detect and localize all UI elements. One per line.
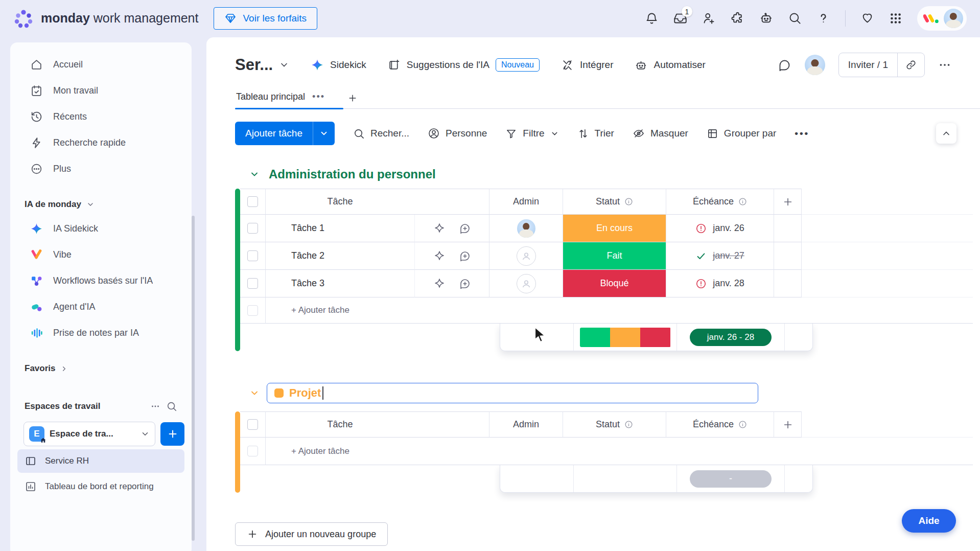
select-all-checkbox[interactable] xyxy=(247,419,258,430)
task-name-cell[interactable]: Tâche 3 xyxy=(266,270,414,297)
board-chat-icon[interactable] xyxy=(778,58,791,72)
column-header-admin[interactable]: Admin xyxy=(489,411,563,438)
filter-tool[interactable]: Filtre xyxy=(505,128,558,140)
help-button[interactable]: Aide xyxy=(902,509,956,533)
info-icon[interactable] xyxy=(624,197,633,206)
admin-cell[interactable] xyxy=(489,270,563,297)
column-header-status[interactable]: Statut xyxy=(563,411,666,438)
notifications-bell-icon[interactable] xyxy=(645,11,659,25)
column-header-task[interactable]: Tâche xyxy=(266,189,414,215)
board-menu-icon[interactable] xyxy=(938,58,951,72)
status-cell[interactable]: Fait xyxy=(563,242,666,270)
group-header-administration[interactable]: Administration du personnel xyxy=(249,167,980,181)
board-owner-avatar[interactable] xyxy=(805,55,825,75)
select-all-checkbox[interactable] xyxy=(247,196,258,207)
search-icon[interactable] xyxy=(788,11,802,25)
workspaces-search-icon[interactable] xyxy=(166,401,177,412)
column-header-due[interactable]: Échéance xyxy=(666,189,774,215)
sidekick-button[interactable]: Sidekick xyxy=(311,58,366,72)
board-title-chevron-icon[interactable] xyxy=(279,60,289,70)
see-plans-button[interactable]: Voir les forfaits xyxy=(214,7,317,30)
add-comment-icon[interactable] xyxy=(459,278,471,290)
date-range-cell[interactable]: - xyxy=(677,465,785,492)
sidebar-section-favorites[interactable]: Favoris xyxy=(10,357,192,380)
group-collapse-chevron-icon[interactable] xyxy=(249,388,260,398)
sort-tool[interactable]: Trier xyxy=(577,128,614,140)
add-task-row[interactable]: + Ajouter tâche xyxy=(266,438,973,465)
info-icon[interactable] xyxy=(738,197,747,206)
add-task-button[interactable]: Ajouter tâche xyxy=(235,122,335,145)
date-range-cell[interactable]: janv. 26 - 28 xyxy=(677,324,785,351)
sidebar-item-ai-sidekick[interactable]: IA Sidekick xyxy=(15,216,186,242)
sidebar-item-ai-notes[interactable]: Prise de notes par IA xyxy=(15,320,186,346)
sidebar-section-monday-ai[interactable]: IA de monday xyxy=(10,193,192,216)
row-checkbox[interactable] xyxy=(247,278,258,289)
status-distribution-battery[interactable] xyxy=(574,324,677,351)
sidebar-item-quick-search[interactable]: Recherche rapide xyxy=(15,130,186,156)
toolbar-more-icon[interactable]: ••• xyxy=(795,128,809,139)
sidebar-item-home[interactable]: Accueil xyxy=(15,52,186,78)
ai-sparkle-outline-icon[interactable] xyxy=(433,278,446,290)
sidebar-board-service-rh[interactable]: Service RH xyxy=(17,449,184,473)
column-header-task[interactable]: Tâche xyxy=(266,411,414,438)
due-cell[interactable]: janv. 28 xyxy=(666,270,774,297)
add-column-button[interactable] xyxy=(774,411,802,438)
inbox-icon[interactable]: 1 xyxy=(673,11,687,25)
ai-sparkle-outline-icon[interactable] xyxy=(433,250,446,262)
invite-button[interactable]: Inviter / 1 xyxy=(839,53,897,77)
sidebar-scrollbar[interactable] xyxy=(192,216,195,541)
column-header-status[interactable]: Statut xyxy=(563,189,666,215)
sidebar-board-dashboard[interactable]: Tableau de bord et reporting xyxy=(17,475,184,498)
sidebar-item-vibe[interactable]: Vibe xyxy=(15,242,186,268)
apps-grid-icon[interactable] xyxy=(889,12,902,25)
group-collapse-chevron-icon[interactable] xyxy=(249,169,260,179)
user-avatar[interactable] xyxy=(944,9,963,28)
automate-button[interactable]: Automatiser xyxy=(635,59,705,72)
status-cell[interactable]: Bloqué xyxy=(563,270,666,297)
add-group-button[interactable]: Ajouter un nouveau groupe xyxy=(235,522,388,546)
sidebar-item-more[interactable]: Plus xyxy=(15,156,186,182)
group-title-edit-input[interactable]: Projet xyxy=(267,383,758,403)
chevron-down-icon[interactable] xyxy=(550,129,559,138)
row-checkbox[interactable] xyxy=(247,305,258,316)
admin-cell[interactable] xyxy=(489,215,563,242)
row-checkbox[interactable] xyxy=(247,223,258,234)
person-filter-tool[interactable]: Personne xyxy=(428,127,487,140)
group-color-swatch[interactable] xyxy=(274,388,284,398)
add-task-row[interactable]: + Ajouter tâche xyxy=(266,297,973,324)
add-view-button[interactable] xyxy=(347,93,358,108)
add-comment-icon[interactable] xyxy=(459,250,471,262)
row-checkbox[interactable] xyxy=(247,250,258,261)
sidebar-item-my-work[interactable]: Mon travail xyxy=(15,78,186,104)
info-icon[interactable] xyxy=(624,420,633,429)
column-header-due[interactable]: Échéance xyxy=(666,411,774,438)
hide-tool[interactable]: Masquer xyxy=(633,127,688,140)
admin-cell[interactable] xyxy=(489,242,563,270)
integrate-button[interactable]: Intégrer xyxy=(561,59,613,72)
workspaces-menu-icon[interactable] xyxy=(150,401,161,412)
tab-menu-icon[interactable]: ••• xyxy=(312,91,325,102)
copy-link-button[interactable] xyxy=(897,53,924,77)
assignee-avatar[interactable] xyxy=(517,219,535,238)
collapse-toolbar-button[interactable] xyxy=(936,123,956,144)
add-task-dropdown[interactable] xyxy=(313,122,335,145)
due-cell[interactable]: janv. 27 xyxy=(666,242,774,270)
add-workspace-button[interactable] xyxy=(160,422,184,446)
task-name-cell[interactable]: Tâche 2 xyxy=(266,242,414,270)
ai-suggestions-button[interactable]: Suggestions de l'IA Nouveau xyxy=(388,58,540,72)
info-icon[interactable] xyxy=(738,420,747,429)
search-tool[interactable]: Recher... xyxy=(353,128,409,140)
vibe-icon[interactable] xyxy=(860,11,874,25)
due-cell[interactable]: janv. 26 xyxy=(666,215,774,242)
row-checkbox[interactable] xyxy=(247,446,258,456)
group-title[interactable]: Administration du personnel xyxy=(269,167,436,181)
task-name-cell[interactable]: Tâche 1 xyxy=(266,215,414,242)
unassigned-person-icon[interactable] xyxy=(517,246,536,266)
account-switcher[interactable] xyxy=(917,6,967,31)
board-title[interactable]: Ser... xyxy=(235,56,273,74)
help-question-icon[interactable] xyxy=(816,11,830,25)
marketplace-puzzle-icon[interactable] xyxy=(731,11,744,25)
add-comment-icon[interactable] xyxy=(459,222,471,235)
group-by-tool[interactable]: Grouper par xyxy=(707,128,776,140)
assistant-robot-icon[interactable] xyxy=(759,11,773,25)
